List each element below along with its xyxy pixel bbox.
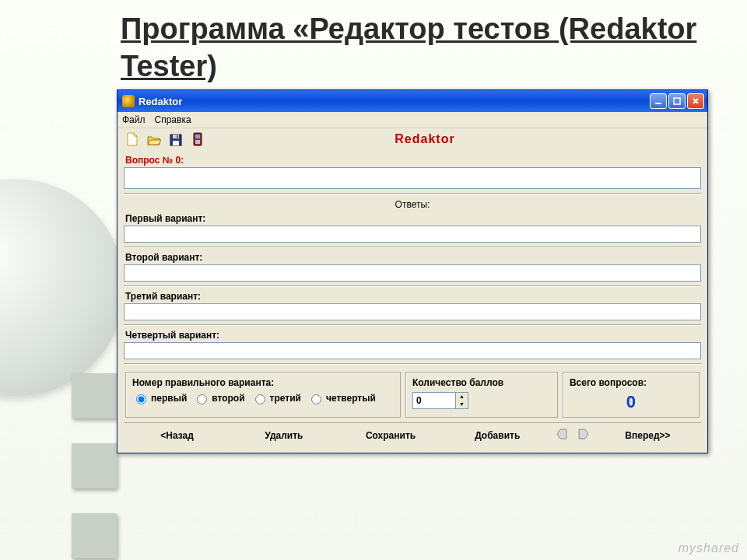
radio-option-3[interactable]: третий — [251, 392, 301, 404]
variant-2-input[interactable] — [124, 264, 701, 282]
radio-label: первый — [151, 393, 187, 404]
question-input[interactable] — [124, 167, 701, 189]
divider — [124, 285, 701, 287]
svg-rect-0 — [655, 103, 661, 104]
answers-heading: Ответы: — [124, 199, 701, 210]
variant-2-label: Второй вариант: — [125, 252, 700, 263]
variant-3-label: Третий вариант: — [125, 291, 700, 302]
back-button[interactable]: <Назад — [124, 423, 230, 448]
variant-1-input[interactable] — [124, 226, 701, 243]
new-file-icon[interactable] — [125, 132, 139, 146]
open-folder-icon[interactable] — [147, 132, 161, 146]
divider — [124, 363, 701, 365]
question-number-label: Вопрос № 0: — [125, 155, 700, 166]
points-input[interactable] — [412, 392, 456, 409]
minimize-button[interactable] — [650, 93, 667, 109]
add-button[interactable]: Добавить — [444, 423, 551, 448]
points-title: Количество баллов — [412, 377, 551, 388]
forward-button[interactable]: Вперед>> — [594, 423, 701, 448]
app-window: Redaktor Файл Справка Redaktor Вопрос № — [117, 89, 708, 453]
spin-up-button[interactable]: ▲ — [456, 393, 468, 401]
menu-file[interactable]: Файл — [122, 114, 146, 125]
divider — [124, 193, 701, 194]
total-title: Всего вопросов: — [570, 377, 693, 388]
navigation-bar: <Назад Удалить Сохранить Добавить Вперед… — [124, 422, 701, 448]
toolbar: Redaktor — [117, 128, 707, 152]
radio-label: второй — [212, 393, 244, 404]
prev-page-icon[interactable] — [551, 423, 573, 448]
decor-square — [72, 373, 117, 418]
watermark: myshared — [679, 541, 739, 555]
svg-rect-1 — [674, 98, 680, 104]
total-group: Всего вопросов: 0 — [563, 372, 700, 418]
device-icon[interactable] — [191, 132, 205, 146]
spin-down-button[interactable]: ▼ — [456, 401, 468, 408]
correct-answer-group: Номер правильного варианта: первый второ… — [125, 372, 401, 418]
save-button[interactable]: Сохранить — [337, 423, 444, 448]
divider — [124, 324, 701, 326]
radio-label: четвертый — [326, 393, 376, 404]
radio-option-4[interactable]: четвертый — [307, 392, 376, 404]
variant-3-input[interactable] — [124, 303, 701, 320]
divider — [124, 247, 701, 248]
maximize-button[interactable] — [668, 93, 686, 109]
svg-rect-7 — [195, 135, 200, 138]
svg-rect-4 — [173, 141, 179, 145]
next-page-icon[interactable] — [573, 423, 594, 448]
app-icon — [122, 95, 135, 107]
decor-square — [72, 513, 117, 558]
variant-4-input[interactable] — [124, 342, 701, 359]
delete-button[interactable]: Удалить — [230, 423, 337, 448]
radio-option-1[interactable]: первый — [132, 392, 187, 404]
svg-rect-5 — [177, 135, 178, 138]
menubar: Файл Справка — [117, 112, 707, 128]
menu-help[interactable]: Справка — [155, 114, 191, 125]
brand-label: Redaktor — [212, 132, 700, 146]
correct-answer-title: Номер правильного варианта: — [132, 377, 394, 388]
close-button[interactable] — [687, 93, 704, 109]
total-value: 0 — [570, 392, 693, 412]
titlebar[interactable]: Redaktor — [117, 90, 707, 112]
decor-square — [72, 443, 117, 488]
slide-title: Программа «Редактор тестов (Redaktor Tes… — [121, 11, 720, 85]
radio-option-2[interactable]: второй — [193, 392, 244, 404]
points-group: Количество баллов ▲ ▼ — [405, 372, 558, 418]
svg-rect-8 — [195, 140, 200, 144]
variant-4-label: Четвертый вариант: — [125, 330, 700, 341]
save-floppy-icon[interactable] — [169, 132, 183, 146]
radio-label: третий — [270, 393, 301, 404]
window-title: Redaktor — [139, 96, 182, 107]
variant-1-label: Первый вариант: — [125, 213, 700, 224]
